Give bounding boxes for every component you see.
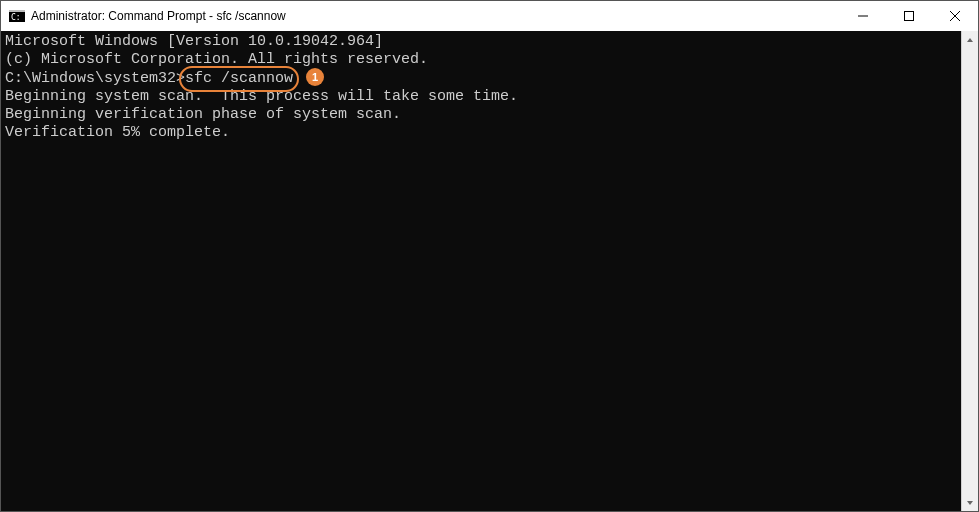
version-line: Microsoft Windows [Version 10.0.19042.96…	[5, 33, 957, 51]
prompt-line: C:\Windows\system32>sfc /scannow 1	[5, 69, 957, 88]
scrollbar-track[interactable]	[962, 48, 978, 494]
svg-text:C:: C:	[11, 13, 21, 22]
svg-rect-4	[905, 12, 914, 21]
window-frame: C: Administrator: Command Prompt - sfc /…	[0, 0, 979, 512]
step-badge-1: 1	[306, 68, 324, 86]
scroll-down-button[interactable]	[962, 494, 978, 511]
titlebar[interactable]: C: Administrator: Command Prompt - sfc /…	[1, 1, 978, 31]
svg-marker-8	[967, 501, 973, 505]
scroll-up-button[interactable]	[962, 31, 978, 48]
verify-phase-line: Beginning verification phase of system s…	[5, 106, 957, 124]
client-area: Microsoft Windows [Version 10.0.19042.96…	[1, 31, 978, 511]
svg-rect-1	[9, 10, 25, 12]
minimize-button[interactable]	[840, 1, 886, 31]
svg-marker-7	[967, 38, 973, 42]
typed-command: sfc /scannow	[185, 70, 293, 87]
copyright-line: (c) Microsoft Corporation. All rights re…	[5, 51, 957, 69]
terminal-output[interactable]: Microsoft Windows [Version 10.0.19042.96…	[1, 31, 961, 511]
prompt-prefix: C:\Windows\system32>	[5, 70, 185, 87]
close-button[interactable]	[932, 1, 978, 31]
cmd-icon: C:	[9, 8, 25, 24]
command-highlight: sfc /scannow	[185, 70, 293, 88]
vertical-scrollbar[interactable]	[961, 31, 978, 511]
scan-start-line: Beginning system scan. This process will…	[5, 88, 957, 106]
window-controls	[840, 1, 978, 31]
progress-line: Verification 5% complete.	[5, 124, 957, 142]
maximize-button[interactable]	[886, 1, 932, 31]
window-title: Administrator: Command Prompt - sfc /sca…	[31, 9, 286, 23]
